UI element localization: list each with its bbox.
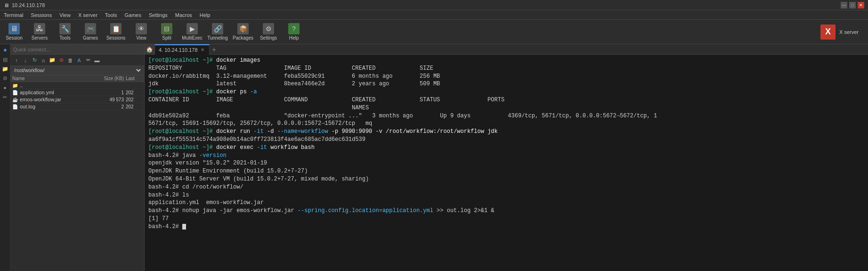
nav-pencil-icon[interactable]: ✏ (1, 93, 9, 101)
terminal-line: [root@localhost ~]# docker images (148, 57, 864, 65)
list-item[interactable]: 📄 application.yml 1 202 (10, 89, 144, 96)
toolbar: 🖥 Session 🖧 Servers 🔧 Tools 🎮 Games 📋 Se… (0, 20, 868, 44)
close-button[interactable]: ✕ (858, 2, 864, 8)
col-size: Size (KB) (102, 76, 126, 81)
toolbar-servers[interactable]: 🖧 Servers (27, 21, 52, 43)
terminal-line: bash-4.2# ls (148, 191, 864, 199)
toolbar-multiexec[interactable]: ▶ MultiExec (180, 21, 204, 43)
terminal-area: 🏠 4. 10.24.110.178 ✕ + [root@localhost ~… (145, 44, 868, 271)
tab-close-button[interactable]: ✕ (200, 47, 205, 53)
nav-folder-icon[interactable]: 📁 (1, 65, 9, 73)
view-icon: 👁 (136, 23, 147, 34)
minimize-button[interactable]: — (841, 2, 847, 8)
split-icon: ⊟ (161, 23, 172, 34)
multiexec-icon: ▶ (187, 23, 198, 34)
menu-terminal[interactable]: Terminal (0, 10, 27, 19)
terminal-output[interactable]: [root@localhost ~]# docker images REPOSI… (145, 55, 868, 271)
terminal-line: bash-4.2# cd /root/workflow/ (148, 183, 864, 191)
toolbar-sessions[interactable]: 📋 Sessions (104, 21, 128, 43)
file-table-header: Name Size (KB) Last (10, 75, 144, 82)
toolbar-settings[interactable]: ⚙ Settings (256, 21, 281, 43)
menu-help[interactable]: Help (196, 10, 214, 19)
menu-macros[interactable]: Macros (171, 10, 196, 19)
file-tree: 📁 .. 📄 application.yml 1 202 ☕ emos-work… (10, 82, 144, 271)
tunneling-icon: 🔗 (212, 23, 223, 34)
terminal-line: bash-4.2# java -version (148, 152, 864, 160)
nav-server-icon[interactable]: ▤ (1, 56, 9, 63)
xserver-label: X server (839, 29, 859, 35)
app-icon: 🖥 (4, 2, 9, 8)
toolbar-view[interactable]: 👁 View (129, 21, 154, 43)
settings-icon: ⚙ (263, 23, 274, 34)
tab-bar: 🏠 4. 10.24.110.178 ✕ + (145, 44, 868, 55)
tab-label: 4. 10.24.110.178 (159, 47, 198, 53)
nav-circle-icon[interactable]: ● (1, 84, 9, 91)
list-item[interactable]: ☕ emos-workflow.jar 49 573 202 (10, 96, 144, 103)
quick-connect-input[interactable] (13, 47, 141, 52)
sidebar-btn-stop[interactable]: ⊘ (57, 56, 65, 65)
toolbar-split[interactable]: ⊟ Split (154, 21, 179, 43)
packages-icon: 📦 (237, 23, 249, 34)
menu-bar: Terminal Sessions View X server Tools Ga… (0, 10, 868, 20)
toolbar-games[interactable]: 🎮 Games (78, 21, 103, 43)
menu-tools[interactable]: Tools (101, 10, 121, 19)
session-icon: 🖥 (8, 23, 20, 34)
sidebar-btn-pencil[interactable]: ✏ (84, 56, 92, 65)
nav-star-icon[interactable]: ★ (1, 46, 9, 54)
title-bar: 🖥 10.24.110.178 — □ ✕ (0, 0, 868, 10)
toolbar-help[interactable]: ? Help (282, 21, 306, 43)
terminal-line: application.yml emos-workflow.jar (148, 199, 864, 207)
terminal-line: openjdk version "15.0.2" 2021-01-19 (148, 159, 864, 167)
terminal-line: jdk latest 8beea7466e2d 2 years ago 509 … (148, 80, 864, 88)
sidebar-btn-down[interactable]: ↓ (21, 56, 30, 65)
sidebar-toolbar: ↑ ↓ ↻ ⌂ 📁 ⊘ 🗑 A ✏ ▬ (10, 55, 144, 66)
terminal-line: REPOSITORY TAG IMAGE ID CREATED SIZE (148, 65, 864, 73)
sidebar-btn-folder[interactable]: 📁 (48, 56, 57, 65)
xserver-area: X X server (820, 25, 866, 40)
tab-home-button[interactable]: 🏠 (145, 44, 155, 55)
tab-main[interactable]: 4. 10.24.110.178 ✕ (155, 44, 210, 55)
list-item[interactable]: 📁 .. (10, 82, 144, 89)
terminal-line: docker.io/rabbitmq 3.12-management feba5… (148, 73, 864, 81)
maximize-button[interactable]: □ (849, 2, 856, 8)
games-icon: 🎮 (85, 23, 96, 34)
path-bar: /root/workflow/ (10, 66, 144, 75)
sessions-icon: 📋 (110, 23, 122, 34)
menu-sessions[interactable]: Sessions (27, 10, 56, 19)
jar-icon: ☕ (12, 97, 18, 102)
nav-tool-icon[interactable]: ⚙ (1, 74, 9, 82)
sidebar-btn-image[interactable]: ▬ (93, 56, 101, 65)
terminal-line: OpenJDK Runtime Environment (build 15.0.… (148, 167, 864, 175)
tab-add-button[interactable]: + (210, 44, 219, 55)
title-bar-controls: — □ ✕ (841, 2, 864, 8)
terminal-line: bash-4.2# nohup java -jar emos-workflow.… (148, 207, 864, 215)
toolbar-tunneling[interactable]: 🔗 Tunneling (205, 21, 230, 43)
sidebar-btn-up[interactable]: ↑ (12, 56, 21, 65)
col-last: Last (126, 76, 142, 81)
terminal-line: OpenJDK 64-Bit Server VM (build 15.0.2+7… (148, 175, 864, 183)
toolbar-session[interactable]: 🖥 Session (2, 21, 26, 43)
sidebar-btn-filter[interactable]: A (75, 56, 83, 65)
toolbar-packages[interactable]: 📦 Packages (231, 21, 255, 43)
menu-games[interactable]: Games (121, 10, 145, 19)
servers-icon: 🖧 (34, 23, 45, 34)
list-item[interactable]: 📄 out.log 2 202 (10, 103, 144, 110)
menu-view[interactable]: View (56, 10, 74, 19)
terminal-line: [1] 77 (148, 215, 864, 223)
xserver-icon: X (820, 25, 836, 40)
terminal-line: [root@localhost ~]# docker ps -a (148, 88, 864, 96)
path-selector[interactable]: /root/workflow/ (12, 67, 142, 74)
sidebar-btn-home[interactable]: ⌂ (39, 56, 48, 65)
left-nav: ★ ▤ 📁 ⚙ ● ✏ (0, 44, 10, 271)
menu-xserver[interactable]: X server (74, 10, 101, 19)
terminal-line: 5671/tcp, 15691-15692/tcp, 25672/tcp, 0.… (148, 120, 864, 128)
toolbar-tools[interactable]: 🔧 Tools (53, 21, 77, 43)
tools-icon: 🔧 (59, 23, 71, 34)
folder-up-icon: 📁 (12, 83, 18, 88)
sidebar-btn-delete[interactable]: 🗑 (66, 56, 74, 65)
sidebar-btn-refresh[interactable]: ↻ (30, 56, 39, 65)
help-icon: ? (288, 23, 300, 34)
terminal-line: NAMES (148, 104, 864, 112)
title-bar-left: 🖥 10.24.110.178 (4, 2, 45, 8)
menu-settings[interactable]: Settings (145, 10, 171, 19)
